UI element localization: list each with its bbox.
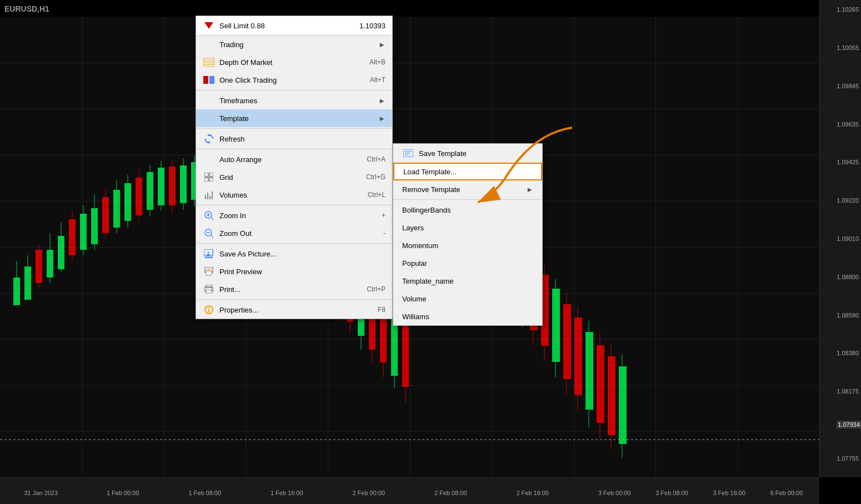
price-label: 1.08590 [837, 312, 859, 319]
save-template-label: Save Template [419, 149, 467, 158]
menu-item-volumes-label: Volumes [219, 191, 357, 199]
time-label: 31 Jan 2023 [24, 490, 58, 496]
submenu-remove-template[interactable]: Remove Template ► [393, 180, 542, 198]
time-axis: 31 Jan 2023 1 Feb 00:00 1 Feb 08:00 1 Fe… [0, 477, 819, 504]
menu-item-zoom-out[interactable]: Zoom Out - [196, 224, 392, 242]
zoom-out-shortcut: - [372, 229, 386, 237]
submenu-momentum[interactable]: Momentum [393, 236, 542, 254]
time-label: 2 Feb 00:00 [352, 490, 385, 496]
menu-item-print-preview-label: Print Preview [219, 268, 386, 276]
save-picture-icon [203, 248, 215, 260]
svg-rect-87 [574, 317, 582, 395]
chart-title: EURUSD,H1 [4, 4, 49, 13]
menu-item-timeframes[interactable]: Timeframes ► [196, 92, 392, 109]
price-label: 1.08380 [837, 350, 859, 356]
momentum-label: Momentum [402, 241, 438, 250]
print-icon [203, 283, 215, 295]
svg-rect-91 [597, 345, 604, 423]
dom-shortcut: Alt+B [358, 58, 386, 66]
time-label: 3 Feb 16:00 [713, 490, 745, 496]
sell-limit-item[interactable]: Sell Limit 0.88 1.10393 [196, 16, 392, 36]
load-template-label: Load Template... [403, 168, 457, 176]
price-label: 1.09220 [837, 197, 859, 204]
svg-rect-107 [209, 173, 213, 177]
svg-rect-23 [136, 178, 142, 215]
submenu-load-template[interactable]: Load Template... [393, 163, 542, 180]
menu-item-template[interactable]: Template ► [196, 109, 392, 127]
menu-item-print[interactable]: Print... Ctrl+P [196, 280, 392, 298]
arrow-icon: ► [378, 114, 386, 123]
svg-rect-128 [207, 270, 209, 271]
svg-line-117 [211, 218, 213, 220]
svg-rect-103 [209, 76, 214, 84]
svg-point-132 [211, 289, 212, 290]
svg-rect-1 [13, 278, 20, 305]
properties-shortcut: F8 [367, 306, 386, 314]
svg-rect-83 [552, 289, 560, 362]
trading-icon [203, 38, 215, 51]
remove-template-label: Remove Template [402, 185, 460, 194]
svg-rect-108 [204, 178, 208, 182]
timeframes-icon [203, 94, 215, 107]
context-menu: Sell Limit 0.88 1.10393 Trading ► Depth … [196, 16, 393, 319]
svg-point-134 [208, 308, 210, 309]
zoom-out-icon [203, 227, 215, 239]
svg-rect-102 [203, 76, 208, 84]
svg-rect-127 [207, 269, 211, 270]
svg-rect-17 [102, 197, 109, 233]
menu-item-volumes[interactable]: Volumes Ctrl+L [196, 186, 392, 204]
sell-limit-icon [203, 19, 215, 32]
svg-rect-11 [69, 219, 76, 255]
svg-rect-5 [36, 250, 42, 283]
svg-rect-29 [169, 167, 176, 205]
time-label: 3 Feb 08:00 [655, 490, 688, 496]
submenu-template-name[interactable]: Template_name [393, 272, 542, 290]
menu-item-auto-arrange[interactable]: Auto Arrange Ctrl+A [196, 150, 392, 168]
menu-item-save-as-picture[interactable]: Save As Picture... [196, 245, 392, 263]
menu-item-depth-of-market[interactable]: Depth Of Market Alt+B [196, 53, 392, 71]
zoom-in-icon [203, 209, 215, 221]
grid-shortcut: Ctrl+G [355, 173, 386, 181]
time-label: 1 Feb 00:00 [107, 490, 139, 496]
popular-label: Popular [402, 259, 427, 268]
dom-icon [203, 56, 215, 68]
svg-rect-13 [80, 214, 87, 250]
menu-item-one-click-trading[interactable]: One Click Trading Alt+T [196, 71, 392, 89]
menu-item-properties[interactable]: Properties... F8 [196, 301, 392, 319]
menu-item-print-preview[interactable]: Print Preview [196, 263, 392, 280]
arrow-icon: ► [378, 97, 386, 105]
price-label: 1.09845 [837, 83, 859, 89]
arrow-icon: ► [378, 41, 386, 49]
submenu-layers[interactable]: Layers [393, 219, 542, 236]
submenu-williams[interactable]: Williams [393, 308, 542, 325]
time-label: 6 Feb 00:00 [770, 490, 803, 496]
menu-item-zoom-in[interactable]: Zoom In + [196, 206, 392, 224]
menu-item-trading[interactable]: Trading ► [196, 36, 392, 53]
svg-rect-109 [209, 178, 213, 182]
oneclick-shortcut: Alt+T [359, 76, 386, 84]
svg-rect-130 [206, 285, 212, 288]
menu-item-dom-label: Depth Of Market [219, 58, 358, 67]
submenu-volume[interactable]: Volume [393, 290, 542, 308]
submenu-bollinger[interactable]: BollingerBands [393, 201, 542, 219]
menu-item-save-as-picture-label: Save As Picture... [219, 250, 386, 258]
volumes-icon [203, 189, 215, 201]
price-axis: 1.10265 1.10055 1.09845 1.09635 1.09425 … [819, 0, 861, 477]
submenu-save-template[interactable]: Save Template [393, 144, 542, 163]
template-icon [203, 112, 215, 124]
menu-item-refresh[interactable]: Refresh [196, 130, 392, 148]
svg-rect-93 [608, 356, 615, 435]
bollinger-label: BollingerBands [402, 206, 450, 214]
svg-rect-122 [205, 257, 213, 258]
price-label: 1.10055 [837, 44, 859, 51]
menu-item-zoom-in-label: Zoom In [219, 211, 371, 220]
grid-icon [203, 171, 215, 183]
time-label: 1 Feb 08:00 [188, 490, 221, 496]
svg-rect-95 [619, 366, 627, 444]
menu-item-grid[interactable]: Grid Ctrl+G [196, 168, 392, 186]
submenu-popular[interactable]: Popular [393, 254, 542, 272]
sell-limit-label: Sell Limit 0.88 [219, 22, 359, 30]
volume-label: Volume [402, 295, 426, 303]
svg-rect-31 [180, 165, 187, 203]
divider [196, 243, 392, 244]
